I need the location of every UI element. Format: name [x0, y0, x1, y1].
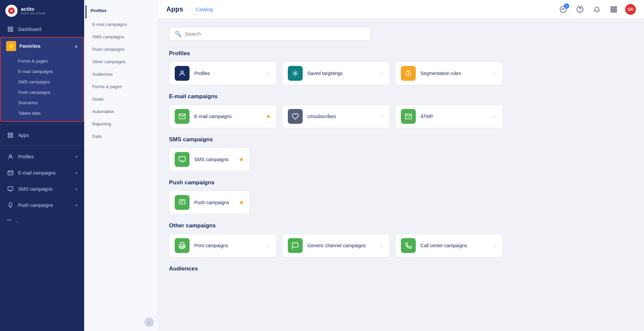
favorites-subitem-push[interactable]: Push campaigns: [1, 87, 83, 98]
generic-channel-icon: [288, 238, 303, 253]
favorites-subitem-sms[interactable]: SMS campaigns: [1, 77, 83, 87]
middle-section-sms[interactable]: SMS campaigns: [87, 31, 155, 43]
sms-star[interactable]: ★: [239, 156, 244, 163]
middle-section-push[interactable]: Push campaigns: [87, 43, 155, 55]
main-content: Apps › Catalog 1: [158, 0, 644, 331]
push-star[interactable]: ★: [239, 199, 244, 206]
middle-panel-collapse: ‹: [84, 314, 158, 331]
card-call-center[interactable]: Call center campaigns ☆: [395, 234, 503, 257]
atmp-star[interactable]: ☆: [492, 113, 497, 120]
svg-rect-7: [8, 136, 10, 138]
middle-section-audiences[interactable]: Audiences: [87, 68, 155, 80]
card-sms-campaigns[interactable]: SMS campaigns ★: [169, 148, 250, 171]
top-bar: Apps › Catalog 1: [158, 0, 644, 19]
section-title-sms: SMS campaigns: [169, 136, 633, 143]
card-push-campaigns[interactable]: Push campaigns ★: [169, 191, 250, 214]
card-segmentation-rules[interactable]: Segmentation rules ☆: [395, 62, 503, 85]
middle-section-automation[interactable]: Automation: [87, 106, 155, 117]
collapse-button[interactable]: ‹: [144, 318, 154, 327]
bell-icon[interactable]: [591, 4, 602, 15]
favorites-subitem-forms[interactable]: Forms & pages: [1, 56, 83, 66]
sidebar-item-profiles[interactable]: Profiles ▾: [0, 149, 84, 165]
generic-star[interactable]: ☆: [379, 242, 384, 249]
svg-rect-26: [615, 11, 617, 12]
favorites-subitem-tables[interactable]: Tables data: [1, 108, 83, 118]
cards-row-other: Print campaigns ☆ Generic channel campai…: [169, 234, 633, 257]
favorites-section: ⭐ Favorites ▲ Forms & pages E-mail campa…: [0, 37, 84, 122]
middle-section-goals[interactable]: Goals: [87, 93, 155, 105]
card-unsubscribes[interactable]: Unsubscribes ☆: [282, 105, 390, 128]
unsubscribes-icon: [288, 109, 303, 124]
svg-rect-34: [180, 243, 184, 245]
card-print-campaigns[interactable]: Print campaigns ☆: [169, 234, 277, 257]
sidebar-nav: Dashboard ⭐ Favorites ▲ Forms & pages E-…: [0, 22, 84, 331]
svg-point-28: [294, 72, 296, 74]
svg-rect-3: [8, 30, 10, 32]
middle-section-reporting[interactable]: Reporting: [87, 118, 155, 130]
chat-icon[interactable]: 1: [558, 4, 569, 15]
grid-icon[interactable]: [608, 4, 619, 15]
sms-campaigns-label: SMS campaigns: [194, 157, 234, 162]
profiles-card-star[interactable]: ☆: [266, 70, 271, 77]
search-bar: 🔍: [169, 27, 371, 41]
profiles-icon: [7, 153, 14, 160]
middle-panel: Profiles E-mail campaigns SMS campaigns …: [84, 0, 158, 331]
svg-point-9: [9, 155, 11, 157]
search-icon: 🔍: [175, 31, 181, 37]
sidebar-item-dashboard[interactable]: Dashboard: [0, 22, 84, 37]
card-profiles[interactable]: Profiles ☆: [169, 62, 277, 85]
print-star[interactable]: ☆: [266, 242, 271, 249]
card-saved-targetings[interactable]: Saved targetings ☆: [282, 62, 390, 85]
svg-point-14: [11, 220, 11, 220]
email-campaigns-card-label: E-mail campaigns: [194, 114, 261, 119]
email-icon: [7, 169, 14, 177]
generic-channel-label: Generic channel campaigns: [307, 243, 374, 248]
favorites-subnav: Forms & pages E-mail campaigns SMS campa…: [1, 54, 83, 121]
profiles-chevron: ▾: [75, 155, 77, 159]
middle-section-other[interactable]: Other campaigns: [87, 56, 155, 68]
sidebar-item-sms-campaigns[interactable]: SMS campaigns ▾: [0, 181, 84, 197]
atmp-label: ATMP: [420, 114, 487, 119]
section-title-other: Other campaigns: [169, 222, 633, 229]
unsubscribes-star[interactable]: ☆: [379, 113, 384, 120]
call-center-label: Call center campaigns: [420, 243, 487, 248]
svg-rect-6: [11, 133, 13, 135]
card-generic-channel[interactable]: Generic channel campaigns ☆: [282, 234, 390, 257]
user-avatar[interactable]: GD: [625, 4, 636, 15]
sidebar-item-apps[interactable]: Apps: [0, 127, 84, 143]
push-chevron: ▾: [75, 203, 77, 208]
breadcrumb[interactable]: Catalog: [196, 6, 213, 12]
help-icon[interactable]: [575, 4, 585, 15]
sidebar-item-email-campaigns[interactable]: E-mail campaigns ▾: [0, 165, 84, 181]
middle-section-data[interactable]: Data: [87, 131, 155, 142]
svg-rect-22: [613, 9, 614, 10]
middle-section-email[interactable]: E-mail campaigns: [87, 19, 155, 30]
middle-section-forms[interactable]: Forms & pages: [87, 81, 155, 93]
saved-targetings-star[interactable]: ☆: [379, 70, 384, 77]
logo-icon: [5, 5, 18, 17]
favorites-subitem-email[interactable]: E-mail campaigns: [1, 66, 83, 77]
top-bar-right: 1 GD: [558, 4, 636, 15]
svg-rect-20: [615, 6, 617, 8]
svg-rect-18: [611, 6, 612, 8]
search-input[interactable]: [185, 31, 365, 37]
logo-name: actito: [21, 6, 45, 12]
favorites-subitem-scenarios[interactable]: Scenarios: [1, 98, 83, 108]
print-campaigns-label: Print campaigns: [194, 243, 261, 248]
card-atmp[interactable]: ATMP ☆: [395, 105, 503, 128]
print-campaigns-icon: [175, 238, 190, 253]
segmentation-rules-star[interactable]: ☆: [492, 70, 497, 77]
push-campaigns-icon: [175, 195, 190, 210]
email-campaigns-star[interactable]: ★: [266, 113, 271, 120]
dashboard-label: Dashboard: [18, 27, 41, 32]
sidebar-item-push-campaigns[interactable]: Push campaigns ▾: [0, 197, 84, 213]
cards-row-sms: SMS campaigns ★: [169, 148, 633, 171]
favorites-header[interactable]: ⭐ Favorites ▲: [1, 38, 83, 54]
page-title: Apps: [166, 5, 183, 13]
favorites-star-icon: ⭐: [6, 41, 16, 51]
svg-rect-4: [11, 30, 13, 32]
sms-campaigns-icon: [175, 152, 190, 167]
card-email-campaigns[interactable]: E-mail campaigns ★: [169, 105, 277, 128]
svg-point-12: [7, 220, 8, 220]
call-center-star[interactable]: ☆: [492, 242, 497, 249]
